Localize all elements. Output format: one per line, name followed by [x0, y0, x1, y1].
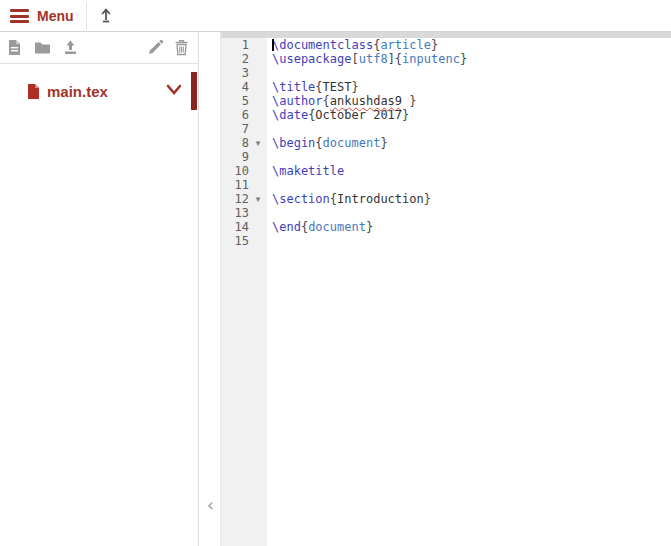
top-toolbar: Menu — [0, 0, 671, 32]
line-number: 14 — [221, 220, 249, 234]
code-token: document — [323, 136, 381, 150]
code-token: \documentclass — [272, 38, 373, 52]
gutter-line: 14 — [221, 220, 267, 234]
code-line[interactable]: \usepackage[utf8]{inputenc} — [267, 52, 671, 66]
code-token: } — [409, 94, 416, 108]
code-token: { — [323, 94, 330, 108]
code-token: TEST — [323, 80, 352, 94]
pencil-icon[interactable] — [147, 39, 164, 56]
line-number: 8 — [221, 136, 249, 150]
line-number: 4 — [221, 80, 249, 94]
gutter-line: 13 — [221, 206, 267, 220]
fold-spacer — [249, 66, 267, 80]
gutter-line: 15 — [221, 234, 267, 248]
code-token: } — [380, 136, 387, 150]
code-line[interactable] — [267, 178, 671, 192]
code-token: \title — [272, 80, 315, 94]
line-number: 15 — [221, 234, 249, 248]
fold-spacer — [249, 150, 267, 164]
line-number: 1 — [221, 38, 249, 52]
new-file-icon[interactable] — [6, 39, 23, 56]
code-token: article — [380, 38, 431, 52]
line-number: 2 — [221, 52, 249, 66]
hamburger-icon — [10, 9, 29, 23]
upload-icon[interactable] — [62, 39, 79, 56]
code-line[interactable]: \maketitle — [267, 164, 671, 178]
gutter-line: 10 — [221, 164, 267, 178]
publish-up-arrow-icon — [95, 5, 117, 27]
line-number: 12 — [221, 192, 249, 206]
gutter-line: 2 — [221, 52, 267, 66]
code-token: \begin — [272, 136, 315, 150]
line-number: 7 — [221, 122, 249, 136]
gutter-line: 12▾ — [221, 192, 267, 206]
code-line[interactable]: \section{Introduction} — [267, 192, 671, 206]
tex-file-icon — [27, 83, 40, 100]
code-area[interactable]: \documentclass{article}\usepackage[utf8]… — [267, 38, 671, 546]
code-token: } — [424, 192, 431, 206]
toolbar-divider — [86, 3, 87, 29]
file-item-main-tex[interactable]: main.tex — [0, 76, 198, 106]
line-number: 11 — [221, 178, 249, 192]
publish-button[interactable] — [95, 5, 117, 27]
code-token: { — [330, 192, 337, 206]
sidebar-scrollbar-thumb[interactable] — [191, 72, 197, 110]
line-number: 10 — [221, 164, 249, 178]
menu-button[interactable]: Menu — [10, 4, 74, 28]
pane-resizer[interactable]: ‹ — [200, 32, 221, 546]
code-line[interactable]: \begin{document} — [267, 136, 671, 150]
code-line[interactable] — [267, 206, 671, 220]
gutter-line: 5 — [221, 94, 267, 108]
code-line[interactable]: \author{ankushdas9 } — [267, 94, 671, 108]
trash-icon[interactable] — [173, 39, 190, 56]
fold-toggle-icon[interactable]: ▾ — [249, 136, 267, 150]
chevron-down-icon[interactable] — [166, 84, 182, 96]
code-token: [ — [351, 52, 358, 66]
fold-spacer — [249, 234, 267, 248]
code-line[interactable]: \end{document} — [267, 220, 671, 234]
file-tree-toolbar — [0, 32, 198, 64]
gutter-line: 7 — [221, 122, 267, 136]
code-line[interactable]: \title{TEST} — [267, 80, 671, 94]
gutter-line: 1 — [221, 38, 267, 52]
new-folder-icon[interactable] — [34, 39, 51, 56]
line-number: 5 — [221, 94, 249, 108]
code-token: \author — [272, 94, 323, 108]
file-tree-sidebar: main.tex — [0, 32, 199, 546]
code-line[interactable]: \documentclass{article} — [267, 38, 671, 52]
code-token: \usepackage — [272, 52, 351, 66]
fold-spacer — [249, 80, 267, 94]
code-token: } — [366, 220, 373, 234]
code-editor: 12345678▾9101112▾131415 \documentclass{a… — [221, 32, 671, 546]
code-token: utf8 — [359, 52, 388, 66]
code-line[interactable] — [267, 150, 671, 164]
code-line[interactable]: \date{October 2017} — [267, 108, 671, 122]
code-token: { — [315, 80, 322, 94]
code-line[interactable] — [267, 122, 671, 136]
code-token: ankushdas9 — [330, 94, 402, 108]
fold-spacer — [249, 122, 267, 136]
fold-spacer — [249, 220, 267, 234]
fold-spacer — [249, 52, 267, 66]
fold-toggle-icon[interactable]: ▾ — [249, 192, 267, 206]
code-line[interactable] — [267, 234, 671, 248]
fold-spacer — [249, 38, 267, 52]
gutter-line: 6 — [221, 108, 267, 122]
code-token: Introduction — [337, 192, 424, 206]
fold-spacer — [249, 178, 267, 192]
gutter-line: 9 — [221, 150, 267, 164]
collapse-sidebar-button[interactable]: ‹ — [203, 494, 218, 516]
code-token: ]{ — [388, 52, 402, 66]
file-name-label: main.tex — [47, 83, 108, 100]
gutter-line: 4 — [221, 80, 267, 94]
line-number: 6 — [221, 108, 249, 122]
gutter-line: 8▾ — [221, 136, 267, 150]
code-line[interactable] — [267, 66, 671, 80]
code-token: \date — [272, 108, 308, 122]
code-token: { — [315, 136, 322, 150]
code-token: } — [460, 52, 467, 66]
code-token: inputenc — [402, 52, 460, 66]
fold-spacer — [249, 206, 267, 220]
gutter: 12345678▾9101112▾131415 — [221, 38, 267, 546]
code-token: \section — [272, 192, 330, 206]
